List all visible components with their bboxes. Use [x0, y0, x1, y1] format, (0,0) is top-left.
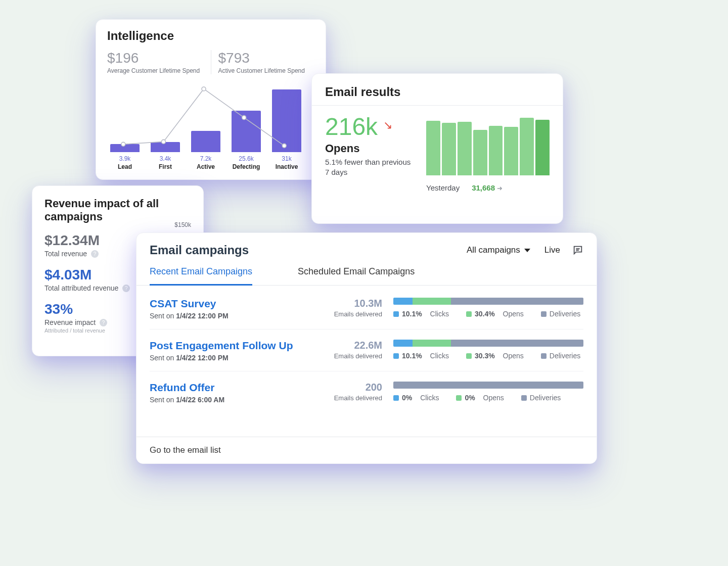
live-label: Live — [544, 245, 560, 255]
delivered-label: Emails delivered — [316, 394, 382, 402]
col-count: 3.4k — [151, 155, 180, 162]
tab-scheduled[interactable]: Scheduled Email Campaigns — [298, 266, 415, 285]
tab-recent[interactable]: Recent Email Campaigns — [150, 266, 252, 286]
col-name: Defecting — [232, 163, 261, 170]
col-count: 7.2k — [191, 155, 220, 162]
arrow-right-icon: ➜ — [497, 184, 503, 192]
seg-clicks — [393, 298, 413, 305]
svg-point-0 — [121, 142, 125, 146]
campaign-legend: 0% Clicks 0% Opens Deliveries — [393, 394, 583, 402]
trend-down-icon: ↘ — [383, 119, 392, 131]
email-results-card: Email results 216k ↘ Opens 5.1% fewer th… — [311, 73, 563, 224]
intelligence-stats: $196 Average Customer Lifetime Spend $79… — [107, 50, 314, 74]
col-name: First — [151, 163, 180, 170]
email-campaigns-card: Email campaings All campaigns Live Recen… — [136, 232, 597, 464]
spark-bar — [473, 130, 487, 175]
opens-label: Opens — [325, 142, 411, 155]
help-icon[interactable]: ? — [91, 250, 99, 258]
col-first: 3.4k First — [151, 155, 180, 170]
comment-icon[interactable] — [572, 245, 583, 256]
intelligence-card: Intelligence $196 Average Customer Lifet… — [96, 19, 326, 180]
stat-value: $196 — [107, 50, 204, 66]
col-count: 3.9k — [110, 155, 140, 162]
change-text: 5.1% fewer than previous 7 days — [325, 157, 411, 178]
swatch-opens-icon — [466, 353, 472, 359]
divider — [312, 105, 563, 106]
swatch-deliveries-icon — [541, 311, 547, 317]
campaign-row: Post Engagement Follow Up Sent on 1/4/22… — [150, 329, 583, 371]
col-name: Lead — [110, 163, 140, 170]
chevron-down-icon — [524, 249, 530, 252]
swatch-clicks-icon — [393, 353, 399, 359]
email-results-summary: 216k ↘ Opens 5.1% fewer than previous 7 … — [325, 115, 411, 178]
campaign-row: Refund Offer Sent on 1/4/22 6:00 AM 200 … — [150, 371, 583, 413]
swatch-clicks-icon — [393, 311, 399, 317]
sparkbars — [426, 115, 550, 175]
intelligence-title: Intelligence — [107, 29, 314, 43]
seg-deliveries — [393, 382, 583, 389]
spark-bar-last — [535, 120, 550, 175]
campaign-bar — [393, 382, 583, 389]
spark-bar — [442, 123, 456, 175]
col-count: 25.6k — [232, 155, 261, 162]
col-inactive: 31k Inactive — [272, 155, 301, 170]
col-active: 7.2k Active — [191, 155, 220, 170]
go-to-email-list-link[interactable]: Go to the email list — [136, 437, 597, 463]
campaigns-header: Email campaings All campaigns Live — [136, 233, 597, 257]
email-results-chart: Yesterday 31,668 ➜ — [426, 115, 550, 192]
col-count: 31k — [272, 155, 301, 162]
campaign-row: CSAT Survey Sent on 1/4/22 12:00 PM 10.3… — [150, 288, 583, 329]
help-icon[interactable]: ? — [122, 285, 130, 292]
stat-value: $793 — [218, 50, 315, 66]
seg-opens — [413, 340, 451, 347]
campaign-sent: Sent on 1/4/22 12:00 PM — [150, 312, 316, 320]
campaign-bar — [393, 298, 583, 305]
spark-bar — [504, 127, 518, 175]
svg-point-1 — [161, 139, 165, 144]
help-icon[interactable]: ? — [100, 319, 107, 326]
campaign-title-link[interactable]: CSAT Survey — [150, 298, 316, 310]
svg-point-4 — [282, 144, 286, 148]
spark-bar — [520, 118, 534, 175]
seg-opens — [413, 298, 451, 305]
seg-deliveries — [451, 298, 583, 305]
campaign-bar — [393, 340, 583, 347]
campaigns-title: Email campaings — [150, 243, 249, 257]
campaigns-tabs: Recent Email Campaigns Scheduled Email C… — [136, 257, 597, 286]
footer-label: Yesterday — [426, 183, 460, 192]
stat-label: Active Customer Lifetime Spend — [218, 67, 315, 74]
col-name: Inactive — [272, 163, 301, 170]
campaigns-rows: CSAT Survey Sent on 1/4/22 12:00 PM 10.3… — [136, 286, 597, 413]
delivered-count: 10.3M — [316, 298, 382, 309]
intelligence-chart — [107, 80, 314, 152]
revenue-title: Revenue impact of all campaigns — [44, 197, 191, 223]
spark-bar — [489, 126, 503, 175]
col-name: Active — [191, 163, 220, 170]
swatch-opens-icon — [466, 311, 472, 317]
email-results-title: Email results — [325, 85, 550, 99]
swatch-clicks-icon — [393, 395, 399, 401]
campaign-sent: Sent on 1/4/22 6:00 AM — [150, 396, 316, 404]
campaign-title-link[interactable]: Refund Offer — [150, 382, 316, 394]
opens-count: 216k — [325, 115, 378, 139]
seg-deliveries — [451, 340, 583, 347]
campaign-sent: Sent on 1/4/22 12:00 PM — [150, 354, 316, 362]
intelligence-line — [107, 80, 314, 152]
email-results-footer: Yesterday 31,668 ➜ — [426, 183, 550, 192]
svg-point-2 — [202, 87, 206, 91]
campaigns-filter-dropdown[interactable]: All campaigns — [467, 245, 530, 255]
delivered-count: 22.6M — [316, 340, 382, 351]
swatch-opens-icon — [456, 395, 462, 401]
axis-tick: $150k — [174, 221, 191, 228]
stat-avg-lifetime: $196 Average Customer Lifetime Spend — [107, 50, 204, 74]
divider — [211, 50, 211, 74]
delivered-label: Emails delivered — [316, 352, 382, 360]
intelligence-labels: 3.9k Lead 3.4k First 7.2k Active 25.6k D… — [107, 152, 314, 170]
delivered-label: Emails delivered — [316, 310, 382, 318]
col-defecting: 25.6k Defecting — [232, 155, 261, 170]
seg-clicks — [393, 340, 413, 347]
footer-value: 31,668 — [472, 183, 495, 192]
campaign-title-link[interactable]: Post Engagement Follow Up — [150, 340, 316, 352]
stat-active-lifetime: $793 Active Customer Lifetime Spend — [218, 50, 315, 74]
delivered-count: 200 — [316, 382, 382, 393]
